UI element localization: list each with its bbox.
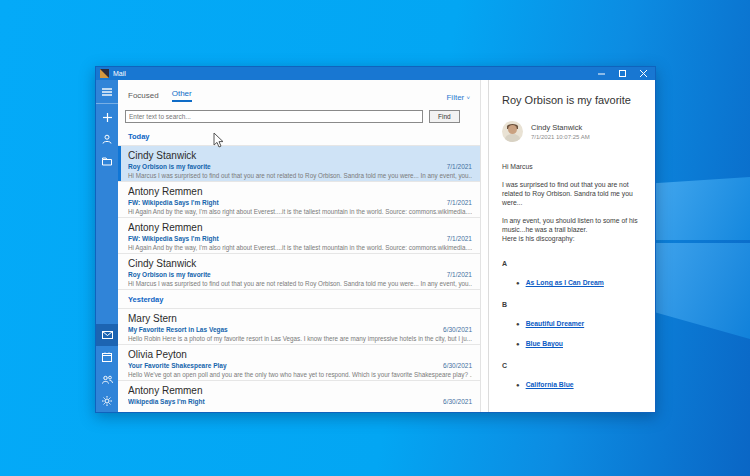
folders-button[interactable]	[96, 150, 118, 172]
email-sender: Olivia Peyton	[128, 349, 472, 361]
menu-button[interactable]	[96, 80, 118, 104]
email-row[interactable]: Mary Stern My Favorite Resort in Las Veg…	[118, 308, 480, 344]
mail-window: Mail	[95, 66, 656, 413]
email-preview: Hello Robin Here is a photo of my favori…	[128, 334, 472, 343]
menu-icon	[102, 88, 112, 96]
email-sender: Cindy Stanwick	[128, 258, 472, 270]
message-body: Hi Marcus I was surprised to find out th…	[502, 162, 642, 390]
titlebar[interactable]: Mail	[96, 67, 655, 80]
email-sender: Mary Stern	[128, 313, 472, 325]
maximize-button[interactable]	[619, 70, 626, 77]
email-row[interactable]: Antony Remmen Wikipedia Says I'm Right6/…	[118, 380, 480, 412]
song-link[interactable]: Beautiful Dreamer	[526, 319, 585, 328]
email-date: 6/30/2021	[443, 326, 472, 333]
find-button[interactable]: Find	[429, 110, 460, 123]
mail-icon	[102, 331, 113, 339]
avatar	[502, 121, 523, 142]
email-subject: FW: Wikipedia Says I'm Right	[128, 198, 439, 207]
email-sender: Antony Remmen	[128, 385, 472, 397]
people-nav-button[interactable]	[96, 368, 118, 390]
body-paragraph: I was surprised to find out that you are…	[502, 180, 642, 207]
calendar-icon	[102, 352, 112, 362]
list-item: ●Beautiful Dreamer	[516, 319, 642, 329]
bullet-icon: ●	[516, 320, 520, 329]
body-paragraph: Here is his discography:	[502, 234, 642, 243]
message-timestamp: 7/1/2021 10:07:25 AM	[531, 134, 590, 140]
calendar-nav-button[interactable]	[96, 346, 118, 368]
minimize-button[interactable]	[598, 70, 605, 77]
tab-other[interactable]: Other	[172, 89, 192, 102]
email-subject: Your Favorite Shakespeare Play	[128, 361, 435, 370]
inbox-tabs: Focused Other Filter ˅	[118, 80, 480, 105]
discography-letter: C	[502, 361, 642, 370]
email-date: 7/1/2021	[447, 199, 472, 206]
message-subject: Roy Orbison is my favorite	[502, 94, 642, 106]
wallpaper-window-pane-top	[654, 177, 750, 240]
discography-letter: B	[502, 300, 642, 309]
song-link[interactable]: Blue Bayou	[526, 339, 563, 348]
message-list[interactable]: Today Cindy Stanwick Roy Orbison is my f…	[118, 132, 480, 412]
song-link[interactable]: As Long as I Can Dream	[526, 278, 604, 287]
person-icon	[102, 134, 112, 144]
mouse-cursor	[213, 132, 224, 152]
tab-focused[interactable]: Focused	[128, 91, 159, 102]
email-preview: Hi Marcus I was surprised to find out th…	[128, 279, 472, 288]
song-link[interactable]: California Blue	[526, 380, 574, 389]
bullet-icon: ●	[516, 340, 520, 349]
list-item: ●California Blue	[516, 380, 642, 390]
email-subject: FW: Wikipedia Says I'm Right	[128, 234, 439, 243]
message-sender: Cindy Stanwick	[531, 123, 590, 132]
email-date: 6/30/2021	[443, 362, 472, 369]
email-subject: My Favorite Resort in Las Vegas	[128, 325, 435, 334]
accounts-button[interactable]	[96, 128, 118, 150]
add-icon	[103, 113, 112, 122]
section-header-yesterday: Yesterday	[118, 289, 480, 308]
email-date: 7/1/2021	[447, 235, 472, 242]
folder-icon	[102, 157, 112, 166]
reading-pane: Roy Orbison is my favorite Cindy Stanwic…	[488, 80, 655, 412]
chevron-down-icon: ˅	[466, 95, 470, 101]
bullet-icon: ●	[516, 279, 520, 288]
people-icon	[102, 375, 113, 384]
email-preview: Hi Again And by the way, I'm also right …	[128, 243, 472, 252]
email-preview: Hello We've got an open poll and you are…	[128, 370, 472, 379]
email-date: 7/1/2021	[447, 163, 472, 170]
navigation-rail	[96, 80, 118, 412]
email-sender: Antony Remmen	[128, 186, 472, 198]
email-preview: Hi Again And by the way, I'm also right …	[128, 207, 472, 216]
bullet-icon: ●	[516, 381, 520, 390]
email-subject: Wikipedia Says I'm Right	[128, 397, 435, 406]
discography-letter: A	[502, 259, 642, 268]
window-title: Mail	[113, 70, 126, 77]
close-button[interactable]	[640, 70, 647, 77]
email-subject: Roy Orbison is my favorite	[128, 162, 439, 171]
email-row[interactable]: Cindy Stanwick Roy Orbison is my favorit…	[118, 253, 480, 289]
email-date: 7/1/2021	[447, 271, 472, 278]
email-sender: Cindy Stanwick	[128, 150, 472, 162]
gear-icon	[102, 396, 112, 406]
email-date: 6/30/2021	[443, 398, 472, 405]
email-row[interactable]: Antony Remmen FW: Wikipedia Says I'm Rig…	[118, 181, 480, 217]
settings-nav-button[interactable]	[96, 390, 118, 412]
wallpaper-window-pane-bottom	[654, 243, 750, 339]
section-header-today: Today	[118, 132, 480, 145]
email-row[interactable]: Antony Remmen FW: Wikipedia Says I'm Rig…	[118, 217, 480, 253]
list-item: ●Blue Bayou	[516, 339, 642, 349]
message-list-pane: Focused Other Filter ˅ Find Today Cindy …	[118, 80, 481, 412]
search-input[interactable]	[125, 110, 423, 123]
list-item: ●As Long as I Can Dream	[516, 278, 642, 288]
mail-nav-button[interactable]	[96, 324, 118, 346]
email-row[interactable]: Olivia Peyton Your Favorite Shakespeare …	[118, 344, 480, 380]
email-preview: Hi Marcus I was surprised to find out th…	[128, 171, 472, 180]
email-sender: Antony Remmen	[128, 222, 472, 234]
email-row[interactable]: Cindy Stanwick Roy Orbison is my favorit…	[118, 145, 480, 181]
email-subject: Roy Orbison is my favorite	[128, 270, 439, 279]
mail-app-icon	[100, 69, 109, 78]
new-mail-button[interactable]	[96, 106, 118, 128]
body-greeting: Hi Marcus	[502, 162, 642, 171]
body-paragraph: In any event, you should listen to some …	[502, 216, 642, 234]
filter-dropdown[interactable]: Filter ˅	[446, 93, 470, 102]
